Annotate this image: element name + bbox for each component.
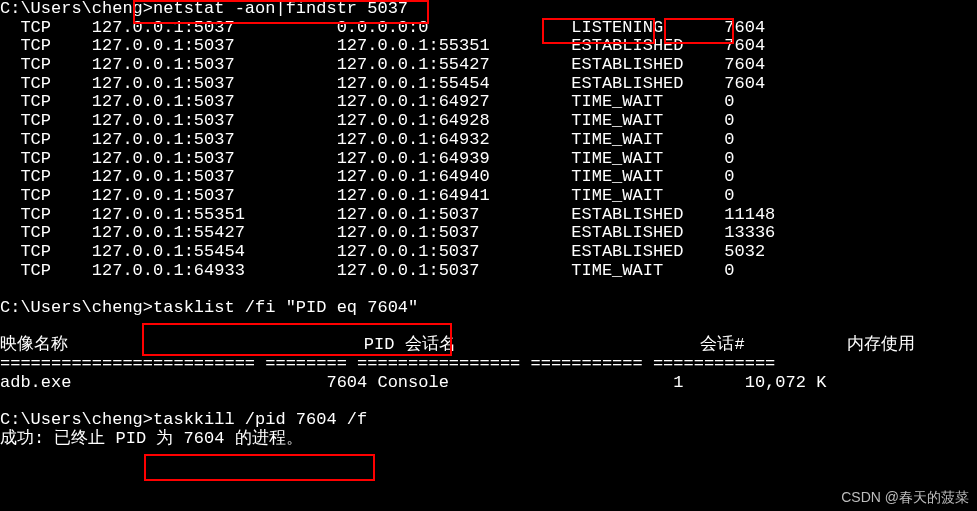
terminal-output: C:\Users\cheng>netstat -aon|findstr 5037…	[0, 0, 977, 449]
highlight-state-listening	[542, 18, 655, 44]
highlight-pid-7604	[664, 18, 734, 44]
highlight-cmd-taskkill	[144, 454, 375, 481]
watermark: CSDN @春天的菠菜	[841, 490, 969, 505]
highlight-cmd-netstat	[133, 0, 429, 24]
highlight-cmd-tasklist	[142, 323, 452, 356]
